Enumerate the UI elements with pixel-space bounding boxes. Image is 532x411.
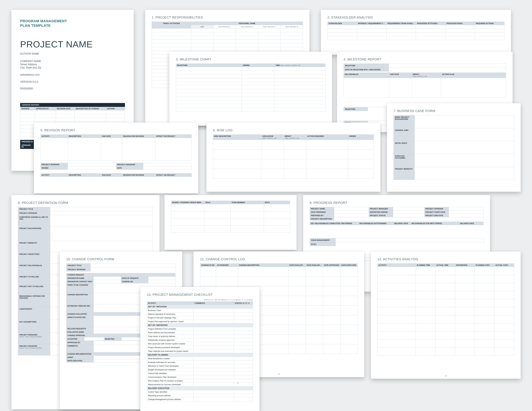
checklist-item: Critical Path identified bbox=[147, 372, 194, 375]
checklist-status-cell[interactable] bbox=[234, 379, 253, 383]
checklist-status-cell[interactable] bbox=[234, 394, 253, 398]
pr-date-prepared: DATE PREPARED bbox=[310, 211, 334, 214]
section-13-title: 13. PROJECT MANAGEMENT CHECKLIST bbox=[147, 293, 253, 297]
checklist-comments-cell[interactable] bbox=[194, 312, 234, 316]
col-description: DESCRIPTION OF CHANGE bbox=[75, 107, 106, 110]
checklist-status-cell[interactable] bbox=[234, 320, 253, 324]
col-interest: INTEREST / REQUIREMENT FROM PROJECT bbox=[357, 22, 386, 25]
pr-description: PROJECT DESCRIPTION bbox=[310, 217, 334, 221]
checklist-comments-cell[interactable] bbox=[194, 349, 234, 353]
checklist-comments-cell[interactable] bbox=[194, 327, 234, 331]
label-milestone-2: MILESTONE bbox=[344, 107, 368, 111]
checklist-status-cell[interactable] bbox=[234, 349, 253, 353]
pd-sponsor2: PROJECT SPONSORName, Role, Responsibilit… bbox=[18, 344, 50, 355]
col-diff: DIFFERENCE bbox=[455, 263, 475, 267]
progress-header-table: PROJECT NAME PROJECT MANAGER PROJECT SPO… bbox=[310, 207, 484, 221]
checklist-status-cell[interactable] bbox=[234, 331, 253, 335]
member-1: Team Member 1 bbox=[213, 25, 236, 28]
street-address: Street Address bbox=[20, 63, 125, 66]
col-req-from-stakeholder: REQUIREMENT FROM STAKEHOLDER bbox=[386, 22, 416, 25]
pd-benefits: PROJECT BENEFITS bbox=[18, 241, 50, 252]
member-2: Team Member 2 bbox=[236, 25, 258, 28]
ccf-rejected[interactable]: REJECTED bbox=[104, 337, 122, 341]
checklist-comments-cell[interactable] bbox=[194, 357, 234, 361]
signoff-table: PROJECT SPONSOR PROJECT MANAGER SIGNED D… bbox=[40, 163, 192, 170]
checklist-comments-cell[interactable] bbox=[194, 398, 234, 401]
ccf-date-req: DATE OF REQUEST bbox=[121, 277, 148, 280]
checklist-comments-cell[interactable] bbox=[194, 364, 234, 368]
pr-sponsor: PROJECT SPONSOR bbox=[424, 207, 449, 211]
col-effect: EFFECT ON PROJECT bbox=[155, 135, 192, 138]
checklist-item: Control Type identified bbox=[147, 390, 194, 394]
checklist-status-cell[interactable] bbox=[234, 316, 253, 320]
col-activity: ACTIVITY bbox=[147, 302, 194, 305]
risk-log-table: RISK DESCRIPTION LIKELIHOODhigh, medium,… bbox=[213, 134, 374, 178]
checklist-status-cell[interactable] bbox=[234, 335, 253, 338]
web-address: webaddress.com bbox=[20, 73, 125, 76]
col-activity: ACTIVITY bbox=[378, 263, 416, 267]
pd-manager: PROJECT MANAGERName, Role, Responsibilit… bbox=[18, 333, 50, 344]
checklist-comments-cell[interactable] bbox=[194, 368, 234, 372]
pr-start-date: PROJECT START DATE bbox=[424, 211, 449, 214]
checklist-comments-cell[interactable] bbox=[194, 379, 234, 383]
col-risk-desc: RISK DESCRIPTION bbox=[213, 135, 261, 140]
checklist-comments-cell[interactable] bbox=[194, 372, 234, 375]
col-due-date-2: DUE DATE bbox=[101, 173, 122, 177]
checklist-status-cell[interactable] bbox=[234, 364, 253, 368]
ccf-accepted[interactable]: ACCEPTED bbox=[66, 337, 84, 341]
checklist-status-cell[interactable] bbox=[234, 375, 253, 379]
col-impact: IMPACThigh, medium, low bbox=[412, 73, 441, 78]
business-case-page: 7. BUSINESS CASE FORM BRIEF PROJECT BACK… bbox=[387, 103, 521, 192]
checklist-comments-cell[interactable] bbox=[194, 342, 234, 346]
col-deliverables: DELIVERABLES bbox=[344, 73, 389, 78]
col-planned-cost: PLANNED COST bbox=[475, 263, 494, 267]
checklist-status-cell[interactable] bbox=[234, 398, 253, 401]
checklist-status-cell[interactable] bbox=[234, 338, 253, 342]
checklist-comments-cell[interactable] bbox=[194, 331, 234, 335]
checklist-comments-cell[interactable] bbox=[194, 390, 234, 394]
checklist-comments-cell[interactable] bbox=[194, 335, 234, 338]
milestone-chart-page: 3. MILESTONE CHART MILESTONE OWNER TIME … bbox=[169, 52, 332, 126]
col-stakeholder: STAKEHOLDER bbox=[328, 22, 357, 25]
checklist-comments-cell[interactable] bbox=[194, 320, 234, 324]
col-attitudes: PERCEIVED ATTITUDES bbox=[416, 22, 446, 25]
col-personnel: PERSONNEL NAME bbox=[191, 22, 303, 25]
checklist-status-cell[interactable] bbox=[234, 372, 253, 375]
member-3: Team Member 3 bbox=[258, 25, 281, 28]
checklist-status-cell[interactable] bbox=[234, 327, 253, 331]
col-role2: ROLE bbox=[264, 201, 290, 204]
checklist-status-cell[interactable] bbox=[234, 383, 253, 386]
checklist-status-cell[interactable] bbox=[234, 390, 253, 394]
status-legend: STATUS: N = Not Yet Started • P = In Pro… bbox=[147, 299, 253, 301]
checklist-status-cell[interactable] bbox=[234, 309, 253, 312]
checklist-comments-cell[interactable] bbox=[194, 375, 234, 379]
checklist-comments-cell[interactable] bbox=[194, 361, 234, 364]
pr-status: PROJECT STATUS bbox=[369, 214, 393, 217]
checklist-status-cell[interactable] bbox=[234, 357, 253, 361]
col-role: ROLE bbox=[204, 201, 230, 204]
col-impact: IMPACThigh, medium, low bbox=[284, 135, 306, 140]
checklist-status-cell[interactable] bbox=[234, 361, 253, 364]
pr-prepared-by: PREPARED BY bbox=[310, 214, 334, 217]
bc-risks: INITIAL RISKS bbox=[394, 141, 415, 154]
ccf-aspects: ASPECTS AFFECTED bbox=[66, 316, 94, 327]
col-comments: COMMENTS bbox=[194, 302, 234, 305]
checklist-item: Reporting process defined bbox=[147, 394, 194, 398]
checklist-comments-cell[interactable] bbox=[194, 383, 234, 386]
col-activity-2: ACTIVITY bbox=[41, 173, 68, 177]
checklist-comments-cell[interactable] bbox=[194, 309, 234, 312]
checklist-status-cell[interactable] bbox=[234, 312, 253, 316]
pr-name: PROJECT NAME bbox=[310, 207, 334, 211]
checklist-status-cell[interactable] bbox=[234, 368, 253, 372]
checklist-item: Stakeholder Analysis approved bbox=[147, 338, 194, 342]
checklist-status-cell[interactable] bbox=[234, 346, 253, 349]
col-planned-time: PLANNED TIME bbox=[416, 263, 436, 267]
checklist-comments-cell[interactable] bbox=[194, 346, 234, 349]
checklist-status-cell[interactable] bbox=[234, 342, 253, 346]
col-time: TIME days, weeks, months, etc. bbox=[275, 64, 325, 67]
col-risks: PERCEIVED RISKS bbox=[446, 22, 475, 25]
checklist-comments-cell[interactable] bbox=[194, 338, 234, 342]
label-signed: SIGNED bbox=[41, 166, 68, 170]
checklist-comments-cell[interactable] bbox=[194, 394, 234, 398]
checklist-comments-cell[interactable] bbox=[194, 316, 234, 320]
